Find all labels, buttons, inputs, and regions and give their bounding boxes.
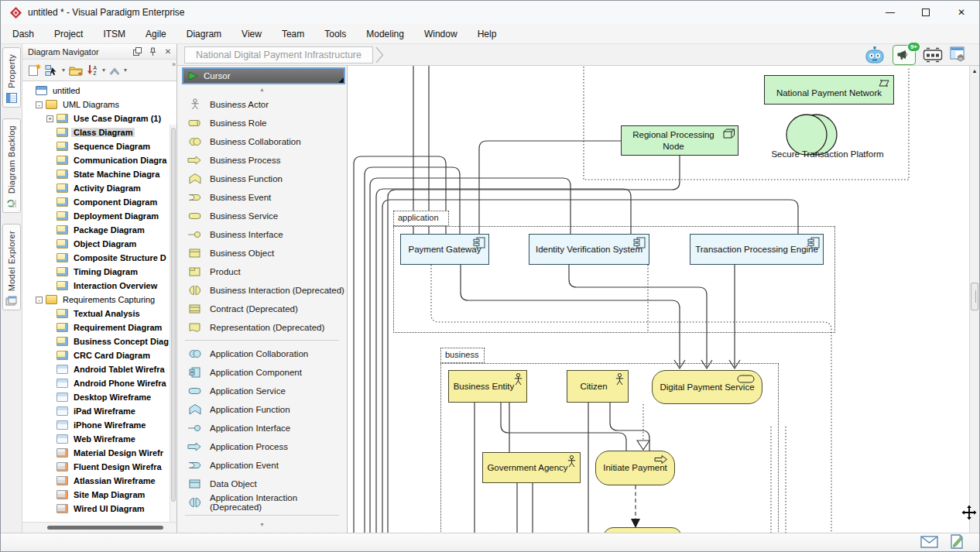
palette-item-business-interface[interactable]: Business Interface — [177, 225, 347, 244]
palette-scroll-down-icon[interactable]: ▼ — [177, 519, 347, 530]
palette-item-data-object[interactable]: Data Object — [177, 475, 347, 493]
expand-toggle-icon[interactable]: + — [46, 115, 53, 122]
expand-toggle-icon[interactable] — [46, 241, 53, 248]
expand-toggle-icon[interactable] — [46, 227, 53, 234]
palette-item-business-function[interactable]: Business Function — [177, 170, 347, 188]
expand-toggle-icon[interactable] — [46, 255, 53, 262]
tree-item[interactable]: Sequence Diagram — [22, 139, 176, 153]
palette-item-application-interaction[interactable]: Application Interaction (Deprecated) — [177, 493, 347, 512]
tree-item[interactable]: Activity Diagram — [22, 181, 176, 195]
node-national-payment-network[interactable]: National Payment Network — [764, 75, 894, 105]
expand-toggle-icon[interactable] — [46, 283, 53, 290]
tree-item[interactable]: iPhone Wireframe — [22, 418, 176, 432]
node-transaction-processing-engine[interactable]: Transaction Processing Engine — [690, 234, 824, 265]
palette-item-application-component[interactable]: Application Component — [177, 363, 347, 382]
menu-item[interactable]: View — [231, 24, 272, 43]
palette-item-business-process[interactable]: Business Process — [177, 151, 347, 170]
expand-toggle-icon[interactable] — [46, 185, 53, 192]
diagram-structure-button[interactable] — [44, 62, 59, 79]
expand-toggle-icon[interactable] — [46, 436, 53, 443]
node-partial-bottom-shape[interactable] — [603, 527, 682, 533]
expand-toggle-icon[interactable] — [46, 478, 53, 485]
menu-item[interactable]: Project — [44, 24, 93, 43]
menu-item[interactable]: Window — [414, 24, 468, 43]
tree-item[interactable]: Class Diagram — [22, 125, 176, 139]
palette-item-business-service[interactable]: Business Service — [177, 207, 347, 225]
palette-item-business-event[interactable]: Business Event — [177, 188, 347, 207]
palette-item-contract[interactable]: Contract (Deprecated) — [177, 300, 347, 318]
palette-item-product[interactable]: Product — [177, 262, 347, 281]
maximize-button[interactable] — [908, 1, 944, 24]
diagram-canvas[interactable]: application business National Payment Ne… — [348, 66, 979, 533]
storyboard-button[interactable] — [923, 47, 943, 63]
expand-toggle-icon[interactable]: - — [36, 101, 43, 108]
tab-property[interactable]: Property — [2, 47, 21, 108]
tree-item[interactable]: Android Phone Wirefra — [22, 376, 176, 390]
tree-item[interactable]: Textual Analysis — [22, 307, 176, 321]
tree-item[interactable]: Timing Diagram — [22, 265, 176, 279]
palette-item-application-function[interactable]: Application Function — [177, 400, 347, 419]
messages-button[interactable] — [920, 536, 938, 551]
navigator-vertical-scrollbar[interactable] — [170, 125, 176, 522]
palette-item-business-interaction[interactable]: Business Interaction (Deprecated) — [177, 281, 347, 300]
expand-toggle-icon[interactable] — [46, 143, 53, 150]
expand-toggle-icon[interactable] — [46, 352, 53, 359]
node-identity-verification-system[interactable]: Identity Verification System — [529, 234, 649, 265]
expand-toggle-icon[interactable] — [46, 450, 53, 457]
tree-item[interactable]: Atlassian Wireframe — [22, 474, 176, 488]
expand-toggle-icon[interactable] — [46, 506, 53, 513]
expand-toggle-icon[interactable] — [46, 492, 53, 499]
expand-toggle-icon[interactable] — [46, 394, 53, 401]
tree-item[interactable]: Site Map Diagram — [22, 488, 176, 502]
close-button[interactable]: ✕ — [944, 1, 979, 24]
expand-toggle-icon[interactable] — [46, 199, 53, 206]
palette-item-business-object[interactable]: Business Object — [177, 244, 347, 262]
expand-toggle-icon[interactable] — [46, 171, 53, 178]
expand-toggle-icon[interactable] — [46, 129, 53, 136]
close-panel-button[interactable]: ✕ — [163, 46, 173, 57]
palette-item-application-process[interactable]: Application Process — [177, 437, 347, 456]
new-diagram-button[interactable] — [27, 62, 42, 79]
scrollbar-thumb[interactable] — [171, 128, 176, 502]
tab-diagram-backlog[interactable]: Diagram Backlog — [2, 118, 21, 213]
menu-item[interactable]: ITSM — [93, 24, 135, 43]
tree-item[interactable]: Composite Structure D — [22, 251, 176, 265]
tab-model-explorer[interactable]: Model Explorer — [2, 224, 21, 310]
dropdown-caret-icon[interactable]: ▾ — [61, 67, 66, 74]
tree-item[interactable]: - UML Diagrams — [22, 98, 176, 111]
tree-item[interactable]: Material Design Wirefr — [22, 446, 176, 460]
tree-item[interactable]: Fluent Design Wirefra — [22, 460, 176, 474]
expand-toggle-icon[interactable]: - — [36, 297, 43, 303]
scroll-up-icon[interactable]: ▲ — [970, 66, 979, 76]
tree-item[interactable]: Desktop Wireframe — [22, 390, 176, 404]
node-citizen[interactable]: Citizen — [567, 370, 629, 403]
notes-button[interactable] — [951, 534, 964, 552]
tree-item[interactable]: Object Diagram — [22, 237, 176, 251]
menu-item[interactable]: Modeling — [356, 24, 414, 43]
expand-toggle-icon[interactable] — [46, 213, 53, 220]
tree-item[interactable]: State Machine Diagra — [22, 167, 176, 181]
tree-item[interactable]: untitled — [22, 84, 176, 98]
canvas-vertical-scrollbar[interactable]: ▲ — [969, 66, 979, 533]
menu-item[interactable]: Team — [272, 24, 314, 43]
expand-toggle-icon[interactable] — [46, 310, 53, 317]
tree-item[interactable]: + Use Case Diagram (1) — [22, 111, 176, 125]
menu-item[interactable]: Agile — [135, 24, 176, 43]
breadcrumb[interactable]: National Digital Payment Infrastructure — [184, 46, 373, 63]
palette-scroll-up-icon[interactable]: ▲ — [177, 84, 347, 95]
toolbar-overflow-icon[interactable]: ›› — [172, 60, 175, 68]
menu-item[interactable]: Tools — [314, 24, 356, 43]
sort-button[interactable]: AZ — [86, 62, 99, 79]
business-group-label[interactable]: business — [440, 348, 485, 363]
node-regional-processing-node[interactable]: Regional Processing Node — [621, 125, 738, 156]
palette-item-application-interface[interactable]: Application Interface — [177, 419, 347, 437]
expand-toggle-icon[interactable] — [46, 380, 53, 387]
collapse-button[interactable] — [108, 62, 121, 79]
scrollbar-thumb[interactable] — [971, 283, 978, 310]
palette-item-representation[interactable]: Representation (Deprecated) — [177, 318, 347, 337]
tree-item[interactable]: Business Concept Diag — [22, 334, 176, 348]
expand-toggle-icon[interactable] — [46, 157, 53, 164]
ai-assistant-button[interactable] — [864, 46, 886, 64]
expand-toggle-icon[interactable] — [46, 464, 53, 471]
expand-toggle-icon[interactable] — [46, 422, 53, 429]
